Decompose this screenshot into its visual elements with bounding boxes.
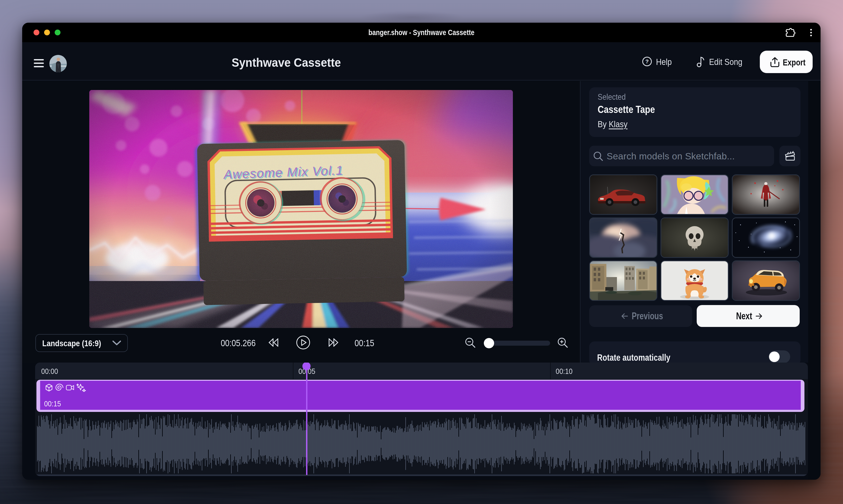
svg-text:?: ?: [646, 58, 649, 65]
